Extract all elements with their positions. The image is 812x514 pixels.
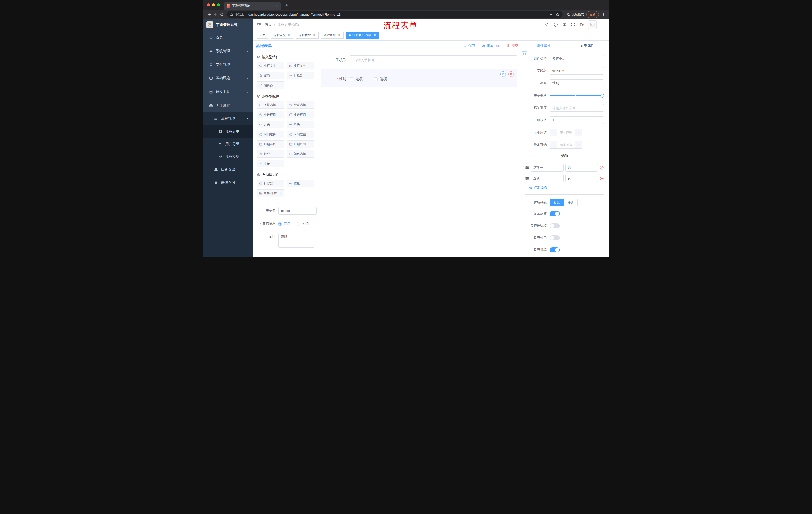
option-value-input[interactable] [565, 164, 598, 171]
security-chip[interactable]: 不安全 [230, 12, 244, 17]
tab-component-props[interactable]: 组件属性 [522, 41, 566, 50]
tag-close-icon[interactable] [312, 34, 316, 37]
checkbox-option-2[interactable]: 选项二 [374, 77, 390, 81]
palette-item-row-container[interactable]: 行容器 [257, 180, 284, 187]
reload-button[interactable] [219, 11, 225, 18]
drag-handle-icon[interactable] [525, 176, 529, 180]
option-value-input[interactable] [565, 174, 598, 182]
sidebar-item-process-model[interactable]: 流程模型 [203, 151, 253, 163]
palette-item-switch[interactable]: 开关 [257, 121, 284, 128]
radio-closed[interactable]: 关闭 [297, 221, 309, 226]
palette-item-cascader[interactable]: 级联选择 [287, 101, 315, 109]
view-json-button[interactable]: 查看json [482, 44, 500, 48]
tag-home[interactable]: 首页 [257, 32, 268, 39]
field-name-input[interactable] [550, 67, 604, 75]
component-type-select[interactable]: 多选框组 [550, 55, 604, 62]
minimize-window-button[interactable] [212, 3, 215, 6]
tag-process-form-edit[interactable]: 流程表单-编辑 [346, 32, 379, 39]
tag-process-form[interactable]: 流程表单 [321, 32, 344, 39]
help-button[interactable] [562, 22, 567, 27]
browser-menu-button[interactable] [601, 11, 606, 18]
option-name-input[interactable] [531, 164, 563, 171]
palette-item-input-text[interactable]: 单行文本 [257, 62, 284, 70]
border-switch[interactable] [550, 223, 560, 228]
close-window-button[interactable] [207, 3, 210, 6]
palette-item-date-range[interactable]: 日期范围 [287, 140, 315, 148]
fullscreen-button[interactable] [571, 22, 575, 27]
decrease-button[interactable]: − [550, 141, 557, 148]
sidebar-logo[interactable]: 芋道管理系统 [203, 19, 253, 31]
palette-item-checkbox-group[interactable]: 多选框组 [287, 111, 315, 118]
max-select-value[interactable]: 最多可选 [557, 141, 575, 148]
palette-item-slider[interactable]: 滑块 [287, 121, 315, 128]
back-button[interactable] [205, 11, 212, 18]
palette-item-button[interactable]: 按钮 [287, 180, 315, 187]
user-avatar[interactable] [588, 20, 597, 29]
sidebar-item-devtools[interactable]: 研发工具 [203, 85, 253, 99]
option-name-input[interactable] [531, 174, 563, 182]
increase-button[interactable]: + [575, 129, 582, 136]
url-text[interactable]: dashboard.yudao.iocoder.cn/bpm/manager/f… [249, 12, 547, 16]
remove-option-button[interactable] [600, 176, 604, 181]
tab-close-icon[interactable] [275, 4, 279, 8]
zoom-window-button[interactable] [217, 3, 220, 6]
form-grid-slider[interactable] [550, 92, 604, 99]
palette-item-radio-group[interactable]: 单选框组 [257, 111, 284, 118]
palette-item-color-picker[interactable]: 颜色选择 [287, 150, 315, 158]
sidebar-fold-button[interactable] [257, 22, 261, 27]
slider-handle[interactable] [601, 93, 605, 98]
palette-item-editor[interactable]: 编辑器 [257, 81, 284, 89]
new-tab-button[interactable] [283, 2, 290, 8]
drag-handle-icon[interactable] [525, 166, 529, 170]
label-width-input[interactable] [550, 104, 604, 112]
palette-item-upload[interactable]: 上传 [257, 160, 284, 167]
tag-process-model[interactable]: 流程模型 [296, 32, 319, 39]
tag-close-icon[interactable] [338, 34, 341, 37]
sidebar-item-task-manage[interactable]: 任务管理 [203, 163, 253, 176]
github-button[interactable] [553, 22, 558, 27]
sidebar-item-process-manage[interactable]: 流程管理 [203, 112, 253, 125]
add-option-button[interactable]: 添加选项 [529, 185, 604, 190]
title-input[interactable] [550, 79, 604, 87]
sidebar-item-leave-query[interactable]: 请假查询 [203, 176, 253, 189]
increase-button[interactable]: + [575, 141, 582, 148]
checkbox-option-1[interactable]: 选项一 [350, 77, 366, 81]
forward-button[interactable] [212, 11, 219, 18]
search-button[interactable] [545, 22, 549, 27]
tag-close-icon[interactable] [373, 34, 377, 37]
sidebar-item-system[interactable]: 系统管理 [203, 44, 253, 58]
palette-item-time-range[interactable]: 时间范围 [287, 131, 315, 138]
checkbox-icon[interactable] [350, 77, 353, 81]
canvas-field-phone[interactable]: 手机号 [321, 53, 517, 67]
palette-item-table[interactable]: 表格[开发中] [257, 189, 284, 197]
browser-tab[interactable]: 芋道管理系统 [224, 2, 281, 9]
palette-item-date-picker[interactable]: 日期选择 [257, 140, 284, 148]
phone-input[interactable] [350, 55, 517, 65]
design-canvas[interactable]: 手机号 性别 选项一 [318, 51, 522, 257]
sidebar-item-workflow[interactable]: 工作流程 [203, 99, 253, 112]
show-label-switch[interactable] [550, 211, 560, 216]
panel-link-button[interactable] [522, 51, 527, 56]
radio-open[interactable]: 开启 [279, 221, 290, 226]
palette-item-select[interactable]: 下拉选择 [257, 101, 284, 109]
form-remark-textarea[interactable]: 嘿嘿 [279, 233, 314, 248]
address-bar[interactable]: 不安全 dashboard.yudao.iocoder.cn/bpm/manag… [227, 11, 562, 18]
font-size-button[interactable] [579, 22, 584, 27]
tag-close-icon[interactable] [287, 34, 291, 37]
tag-process-definition[interactable]: 流程定义 [271, 32, 293, 39]
delete-component-button[interactable] [508, 72, 514, 77]
canvas-field-gender-selected[interactable]: 性别 选项一 选项二 [321, 70, 517, 87]
copy-component-button[interactable] [500, 72, 506, 77]
style-default-button[interactable]: 默认 [550, 199, 564, 207]
clear-button[interactable]: 清空 [506, 44, 518, 48]
sidebar-item-user-group[interactable]: 用户分组 [203, 138, 253, 151]
password-key-icon[interactable] [549, 12, 552, 16]
sidebar-item-home[interactable]: 首页 [203, 31, 253, 44]
disabled-switch[interactable] [550, 235, 560, 240]
sidebar-item-infrastructure[interactable]: 基础设施 [203, 72, 253, 85]
palette-item-password[interactable]: 密码 [257, 72, 284, 79]
avatar-caret-icon[interactable] [601, 23, 604, 27]
breadcrumb-home[interactable]: 首页 [265, 22, 272, 27]
palette-item-time-picker[interactable]: 时间选择 [257, 131, 284, 138]
decrease-button[interactable]: − [550, 129, 557, 136]
